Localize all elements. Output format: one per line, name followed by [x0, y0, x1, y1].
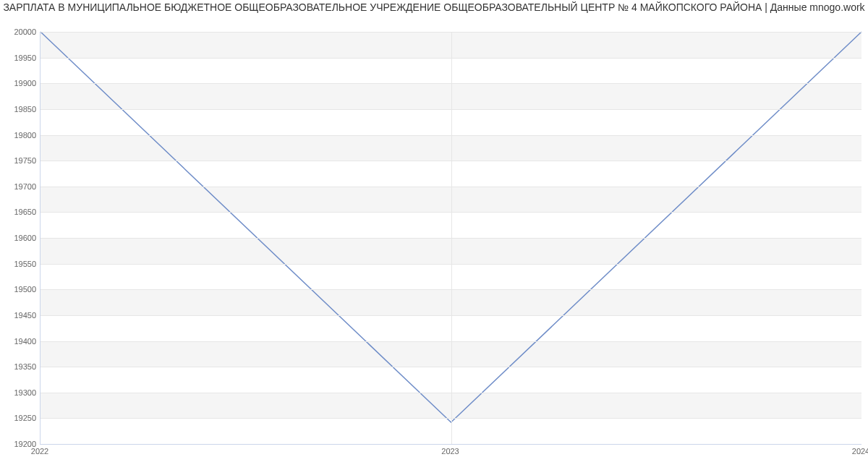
chart-container: ЗАРПЛАТА В МУНИЦИПАЛЬНОЕ БЮДЖЕТНОЕ ОБЩЕО… [0, 0, 868, 470]
y-tick-label: 20000 [4, 27, 36, 36]
x-tick-label: 2022 [31, 447, 48, 456]
gridline-x [451, 32, 452, 444]
y-tick-label: 19750 [4, 156, 36, 165]
chart-title: ЗАРПЛАТА В МУНИЦИПАЛЬНОЕ БЮДЖЕТНОЕ ОБЩЕО… [0, 1, 868, 13]
y-tick-label: 19850 [4, 105, 36, 114]
y-tick-label: 19550 [4, 260, 36, 268]
y-tick-label: 19500 [4, 285, 36, 294]
y-tick-label: 19450 [4, 311, 36, 320]
y-tick-label: 19700 [4, 182, 36, 191]
y-tick-label: 19400 [4, 337, 36, 346]
y-tick-label: 19350 [4, 362, 36, 371]
y-tick-label: 19900 [4, 79, 36, 87]
plot-area [40, 32, 861, 445]
y-tick-label: 19650 [4, 208, 36, 216]
x-tick-label: 2023 [441, 447, 459, 456]
y-tick-label: 19800 [4, 131, 36, 140]
y-tick-label: 19300 [4, 388, 36, 397]
x-tick-label: 2024 [852, 447, 868, 456]
y-tick-label: 19950 [4, 54, 36, 62]
y-tick-label: 19600 [4, 234, 36, 242]
y-tick-label: 19250 [4, 414, 36, 422]
